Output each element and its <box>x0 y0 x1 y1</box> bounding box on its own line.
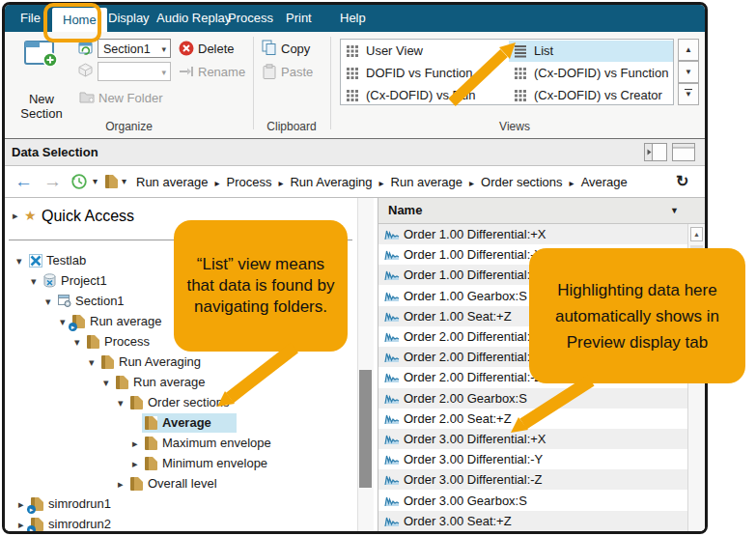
list-item[interactable]: Order 3.00 Seat:+Z <box>378 511 687 531</box>
list-item[interactable]: Order 2.00 Seat:+Z <box>378 409 687 429</box>
list-item[interactable]: Order 2.00 Gearbox:S <box>378 388 687 409</box>
caret-expanded-icon[interactable]: ▾ <box>16 254 22 268</box>
menu-print[interactable]: Print <box>286 11 312 25</box>
caret-collapsed-icon[interactable]: ▸ <box>13 209 18 222</box>
caret-expanded-icon[interactable]: ▾ <box>60 315 66 328</box>
highlight-callout: Highlighting data here automatically sho… <box>529 248 745 383</box>
copy-icon[interactable] <box>262 40 277 56</box>
section-refresh-icon[interactable] <box>78 41 94 56</box>
delete-button[interactable]: Delete <box>198 42 235 56</box>
tree-node-simrodrun1[interactable]: ▸ ▸ simrodrun1 <box>5 494 362 515</box>
new-section-button[interactable]: New Section <box>11 36 72 125</box>
tree-node-minimum-envelope[interactable]: ▸ Minimum envelope <box>5 454 362 474</box>
waveform-icon <box>384 392 400 405</box>
quick-access-label: Quick Access <box>42 208 134 225</box>
tree-node-overall-level[interactable]: ▸ Overall level <box>5 474 362 494</box>
tree-node-run-average-2[interactable]: ▾ Run average <box>5 373 362 393</box>
forward-arrow-icon[interactable]: → <box>43 166 62 197</box>
menu-process[interactable]: Process <box>228 11 273 25</box>
menu-help[interactable]: Help <box>340 11 366 25</box>
list-item-label: Order 1.00 Gearbox:S <box>404 289 527 303</box>
delete-icon[interactable] <box>179 41 194 56</box>
paste-button: Paste <box>281 65 313 79</box>
list-item[interactable]: Order 3.00 Differential:-Z <box>378 469 687 490</box>
preview-panel-layout-icon[interactable] <box>644 143 667 161</box>
caret-expanded-icon[interactable]: ▾ <box>31 274 37 288</box>
views-gallery-expand-button[interactable]: ▼ <box>678 83 699 105</box>
tree-node-order-sections[interactable]: ▾ Order sections <box>5 393 362 413</box>
grid-view-icon <box>347 45 350 48</box>
breadcrumb-item[interactable]: Process <box>226 175 271 189</box>
tree-node-simrodrun2[interactable]: ▸ ▸ simrodrun2 <box>5 515 362 531</box>
list-item[interactable]: Order 3.00 Differential:+X <box>378 429 687 449</box>
waveform-icon <box>384 268 400 281</box>
list-item-label: Order 3.00 Differential:+X <box>404 432 546 446</box>
section-selector-value: Section1 <box>103 42 151 56</box>
breadcrumb-folder-icon[interactable] <box>105 175 118 188</box>
navigation-bar: ← → ▾ ▾ Run average▸Process▸Run Averagin… <box>5 166 705 198</box>
waveform-icon <box>384 473 400 486</box>
menu-audio-replay[interactable]: Audio Replay <box>156 11 231 25</box>
caret-collapsed-icon[interactable]: ▸ <box>118 477 124 491</box>
breadcrumb-separator-icon: ▸ <box>271 178 290 188</box>
breadcrumb-separator-icon: ▸ <box>208 178 226 188</box>
caret-expanded-icon[interactable]: ▾ <box>89 355 95 369</box>
list-item[interactable]: Order 3.00 Gearbox:S <box>378 491 687 511</box>
section-selector[interactable]: Section1 ▾ <box>98 39 171 58</box>
column-filter-icon[interactable]: ▼ <box>670 206 679 215</box>
caret-collapsed-icon[interactable]: ▸ <box>132 437 138 450</box>
list-item[interactable]: Order 1.00 Differential:+X <box>378 224 687 244</box>
caret-expanded-icon[interactable]: ▾ <box>74 335 80 349</box>
chevron-down-icon: ▾ <box>161 63 166 82</box>
caret-collapsed-icon[interactable]: ▸ <box>18 497 24 511</box>
refresh-icon[interactable]: ↻ <box>676 166 688 197</box>
list-item[interactable]: Order 3.00 Differential:-Y <box>378 449 687 469</box>
breadcrumb-item[interactable]: Run average <box>136 175 208 189</box>
menu-home[interactable]: Home <box>52 8 107 32</box>
chevron-down-icon[interactable]: ▾ <box>161 40 166 59</box>
scroll-up-icon: ▲ <box>693 231 700 238</box>
caret-expanded-icon[interactable]: ▾ <box>118 396 124 409</box>
waveform-icon <box>384 412 400 425</box>
screenshot-stage: File Home Display Audio Replay Process P… <box>0 0 756 536</box>
list-item-label: Order 2.00 Differential:-Y <box>404 350 543 364</box>
history-icon[interactable] <box>70 173 88 190</box>
breadcrumb-item[interactable]: Average <box>581 175 628 189</box>
grid-view-icon <box>515 90 518 93</box>
list-view-callout-text: “List” view means that data is found by … <box>174 254 348 318</box>
group-divider <box>253 37 254 129</box>
list-item-label: Order 1.00 Differential:-Z <box>404 268 543 282</box>
tree-node-average[interactable]: Average <box>5 413 362 434</box>
caret-collapsed-icon[interactable]: ▸ <box>18 518 24 531</box>
menu-bar: File Home Display Audio Replay Process P… <box>5 5 705 32</box>
tree-node-run-averaging[interactable]: ▾ Run Averaging <box>5 353 362 373</box>
data-selection-titlebar: Data Selection <box>5 139 705 166</box>
breadcrumb-item[interactable]: Run average <box>391 175 462 189</box>
copy-button[interactable]: Copy <box>281 42 310 56</box>
new-folder-icon <box>79 90 95 103</box>
scroll-up-button[interactable]: ▲ <box>690 227 703 241</box>
list-item-label: Order 1.00 Differential:+X <box>404 227 546 241</box>
views-gallery: User View DOFID vs Function (Cx-DOFID) v… <box>340 39 674 105</box>
breadcrumb-item[interactable]: Run Averaging <box>290 175 372 189</box>
name-column-header[interactable]: Name ▼ <box>378 198 705 224</box>
caret-expanded-icon[interactable]: ▾ <box>45 295 51 308</box>
folder-icon <box>145 457 157 470</box>
caret-collapsed-icon[interactable]: ▸ <box>132 457 138 470</box>
tree-node-maximum-envelope[interactable]: ▸ Maximum envelope <box>5 434 362 454</box>
history-dropdown-icon[interactable]: ▾ <box>93 166 98 197</box>
clipboard-group-label: Clipboard <box>253 120 330 133</box>
menu-display[interactable]: Display <box>108 11 150 25</box>
views-scroll-up-button[interactable]: ▲ <box>678 39 699 61</box>
folder-dropdown-icon[interactable]: ▾ <box>122 166 126 197</box>
caret-expanded-icon[interactable]: ▾ <box>103 376 109 389</box>
views-scroll-down-button[interactable]: ▼ <box>678 61 699 83</box>
menu-file[interactable]: File <box>20 11 41 25</box>
breadcrumb-item[interactable]: Order sections <box>481 175 563 189</box>
window-layout-icon[interactable] <box>672 143 695 161</box>
highlight-callout-text: Highlighting data here automatically sho… <box>529 277 745 355</box>
template-selector: ▾ <box>98 62 171 81</box>
tree-scrollbar-thumb[interactable] <box>359 370 372 488</box>
back-arrow-icon[interactable]: ← <box>14 166 33 197</box>
name-header-label: Name <box>388 203 422 217</box>
